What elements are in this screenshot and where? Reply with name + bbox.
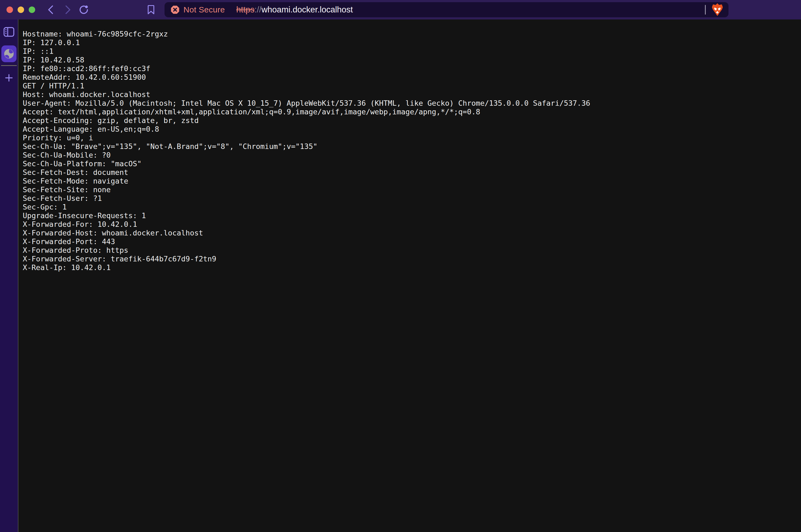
browser-toolbar: Not Secure https://whoami.docker.localho… [0, 0, 801, 19]
minimize-window-button[interactable] [18, 6, 24, 13]
browser-window: Not Secure https://whoami.docker.localho… [0, 0, 801, 532]
reload-icon [78, 4, 89, 15]
url-scheme-separator: :// [254, 5, 261, 14]
page-content: Hostname: whoami-76c9859cfc-2rgxz IP: 12… [18, 19, 801, 532]
sidebar-panel-icon [3, 27, 14, 37]
not-secure-label: Not Secure [183, 5, 225, 14]
active-tab[interactable] [1, 45, 17, 62]
url-host: whoami.docker.localhost [261, 5, 353, 14]
window-controls [6, 6, 35, 13]
urlbar-divider [705, 5, 706, 15]
window-body: Hostname: whoami-76c9859cfc-2rgxz IP: 12… [0, 19, 801, 532]
close-window-button[interactable] [6, 6, 13, 13]
back-button[interactable] [45, 4, 57, 16]
forward-button[interactable] [62, 4, 74, 16]
zoom-window-button[interactable] [29, 6, 35, 13]
chevron-right-icon [63, 5, 72, 15]
not-secure-icon[interactable] [170, 5, 180, 14]
globe-icon [3, 48, 15, 59]
brave-lion-icon [711, 3, 724, 17]
address-bar[interactable]: Not Secure https://whoami.docker.localho… [165, 2, 728, 17]
bookmark-icon [147, 5, 155, 15]
sidebar-toggle-button[interactable] [3, 26, 15, 37]
chevron-left-icon [46, 5, 55, 15]
new-tab-button[interactable] [3, 73, 14, 83]
whoami-output: Hostname: whoami-76c9859cfc-2rgxz IP: 12… [18, 19, 801, 272]
url-scheme: https [236, 5, 254, 14]
vertical-tab-strip [0, 19, 18, 532]
reload-button[interactable] [78, 4, 90, 16]
brave-shields-button[interactable] [711, 3, 724, 17]
tab-strip-divider [1, 65, 17, 66]
url-text: https://whoami.docker.localhost [236, 5, 353, 15]
plus-icon [5, 74, 13, 82]
bookmarks-button[interactable] [145, 4, 157, 16]
